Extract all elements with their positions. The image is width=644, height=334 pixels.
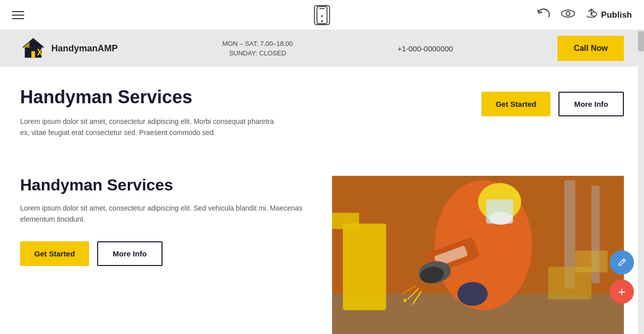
- second-buttons: Get Started More Info: [20, 241, 312, 266]
- brand-name: HandymanAMP: [51, 43, 118, 54]
- svg-rect-15: [332, 213, 359, 229]
- scrollbar-thumb[interactable]: [638, 31, 644, 51]
- hero-section: Handyman Services Lorem ipsum dolor sit …: [0, 66, 644, 161]
- second-section: Handyman Services Lorem ipsum dolor sit …: [0, 161, 644, 334]
- hero-image-area: [332, 176, 624, 334]
- hero-description: Lorem ipsum dolor sit amet, consectetur …: [20, 116, 282, 139]
- logo-area: HandymanAMP: [20, 35, 118, 61]
- toolbar-center: [314, 5, 330, 25]
- hero-content: Handyman Services Lorem ipsum dolor sit …: [20, 87, 282, 151]
- hours-line1: MON – SAT: 7.00–18.00: [222, 39, 293, 49]
- second-content: Handyman Services Lorem ipsum dolor sit …: [20, 176, 312, 334]
- toolbar-right: Publish: [537, 8, 632, 22]
- undo-icon[interactable]: [537, 8, 551, 22]
- svg-point-30: [411, 304, 413, 306]
- header-hours: MON – SAT: 7.00–18.00 SUNDAY: CLOSED: [222, 39, 293, 58]
- worker-illustration: [332, 176, 624, 334]
- hero-get-started-button[interactable]: Get Started: [481, 92, 550, 116]
- toolbar-left: [12, 11, 24, 19]
- second-description: Lorem ipsum dolor sit amet, consectetur …: [20, 203, 312, 225]
- toolbar: Publish: [0, 0, 644, 30]
- preview-eye-icon[interactable]: [561, 8, 575, 22]
- scrollbar[interactable]: [638, 30, 644, 334]
- mobile-preview-icon[interactable]: [314, 5, 330, 25]
- plus-icon: +: [618, 285, 625, 298]
- svg-line-34: [623, 260, 624, 261]
- svg-point-4: [566, 12, 570, 16]
- svg-point-5: [592, 12, 597, 16]
- logo-icon: [20, 35, 46, 61]
- call-now-button[interactable]: Call Now: [557, 36, 624, 61]
- svg-point-1: [321, 20, 323, 22]
- publish-label: Publish: [601, 10, 632, 20]
- second-get-started-button[interactable]: Get Started: [20, 241, 89, 266]
- fab-add-button[interactable]: +: [610, 280, 634, 304]
- second-title: Handyman Services: [20, 176, 312, 194]
- publish-upload-icon: [585, 8, 597, 22]
- svg-point-21: [489, 212, 512, 225]
- fab-edit-button[interactable]: [610, 250, 634, 275]
- svg-rect-14: [343, 224, 386, 310]
- header-phone: +1-000-0000000: [397, 44, 453, 53]
- svg-rect-33: [575, 250, 607, 272]
- hero-more-info-button[interactable]: More Info: [558, 92, 624, 116]
- hours-line2: SUNDAY: CLOSED: [222, 48, 293, 58]
- hero-buttons: Get Started More Info: [481, 92, 624, 116]
- publish-button[interactable]: Publish: [585, 8, 632, 22]
- svg-rect-8: [31, 51, 35, 58]
- hamburger-menu-icon[interactable]: [12, 11, 24, 19]
- hero-title: Handyman Services: [20, 87, 282, 108]
- second-more-info-button[interactable]: More Info: [97, 241, 163, 266]
- main-area: HandymanAMP MON – SAT: 7.00–18.00 SUNDAY…: [0, 30, 644, 334]
- svg-point-29: [404, 299, 407, 302]
- website-preview: HandymanAMP MON – SAT: 7.00–18.00 SUNDAY…: [0, 30, 644, 334]
- site-header: HandymanAMP MON – SAT: 7.00–18.00 SUNDAY…: [0, 30, 644, 66]
- fab-container: +: [610, 250, 634, 304]
- svg-point-31: [457, 282, 488, 306]
